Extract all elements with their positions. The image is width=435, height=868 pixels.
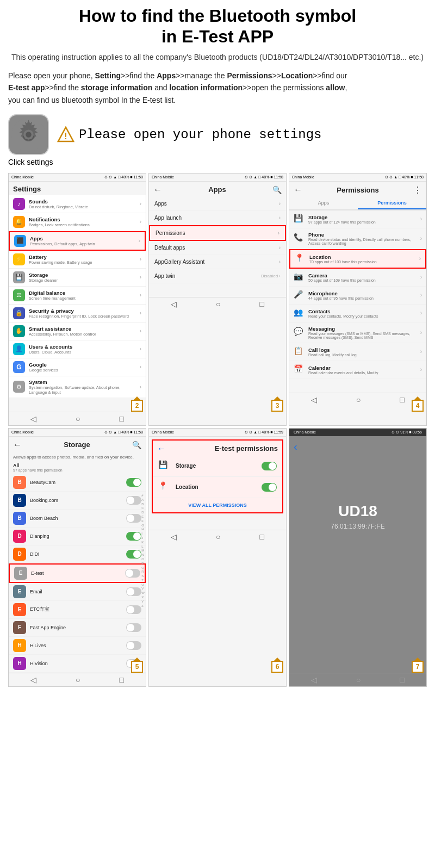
- settings-battery[interactable]: ⚡ Battery Power saving mode, Battery usa…: [9, 251, 146, 269]
- phone-screen-6: China Mobile ⊙ ⊙ 91% ■ 08:56 ‹ UD18 76:0…: [289, 428, 427, 687]
- ud18-device-address: 76:01:13:99:7F:FE: [331, 523, 384, 530]
- nav-bar-3: ◁○□: [289, 393, 426, 406]
- storage-title-bar: ← Storage 🔍: [9, 437, 146, 452]
- settings-list: ♪ Sounds Do not disturb, Ringtone, Vibra…: [9, 195, 146, 398]
- settings-notifications[interactable]: 🔔 Notifications Badges, Lock screen noti…: [9, 213, 146, 231]
- all-header: All 97 apps have this permission: [9, 461, 146, 474]
- ud18-device-name: UD18: [338, 503, 377, 520]
- phone-screen-2: China Mobile ⊙ ⊙ ▲ □ 48% ■ 11:58 ← Apps …: [148, 173, 287, 426]
- instructions: Please open your phone, Setting>>find th…: [8, 70, 427, 106]
- app-didi[interactable]: D DiDi: [9, 545, 146, 563]
- settings-users[interactable]: 👤 Users & accounts Users, Cloud, Account…: [9, 340, 146, 358]
- apps-title-bar: ← Apps 🔍: [149, 182, 286, 197]
- step-badge-6: 7: [412, 661, 424, 673]
- app-hivision[interactable]: H HiVision: [9, 655, 146, 673]
- storage-description: Allows apps to access photos, media, and…: [9, 452, 146, 461]
- app-booking[interactable]: B Booking.com: [9, 492, 146, 510]
- step-badge-5: 6: [271, 661, 283, 673]
- ud18-back-button[interactable]: ‹: [294, 441, 297, 452]
- apps-list: Apps › App launch › Permissions › Defaul…: [149, 197, 286, 283]
- svg-point-4: [26, 132, 31, 137]
- settings-system[interactable]: ⚙ System System navigation, Software upd…: [9, 376, 146, 398]
- perm-camera[interactable]: 📷 Camera 50 apps out of 109 have this pe…: [289, 269, 426, 287]
- settings-sounds[interactable]: ♪ Sounds Do not disturb, Ringtone, Vibra…: [9, 195, 146, 213]
- apps-item-default[interactable]: Default apps ›: [149, 241, 286, 255]
- permissions-list: 💾 Storage 97 apps out of 124 have this p…: [289, 210, 426, 379]
- app-dianping[interactable]: D Dianping: [9, 528, 146, 545]
- subtitle: This operating instruction applies to al…: [8, 52, 427, 63]
- nav-bar-2: ◁○□: [149, 297, 286, 311]
- permissions-title-bar: ← Permissions ⋮: [289, 182, 426, 197]
- phone-status-bar-4: China Mobile ⊙ ⊙ ▲ □ 48% ■ 11:58: [9, 429, 146, 437]
- nav-bar-1: ◁○□: [9, 412, 146, 425]
- etest-perm-list: 💾 Storage 📍 Location: [153, 456, 282, 498]
- perm-calendar[interactable]: 📅 Calendar Read calendar events and deta…: [289, 361, 426, 379]
- tab-apps[interactable]: Apps: [289, 197, 358, 209]
- phone-screen-4: China Mobile ⊙ ⊙ ▲ □ 48% ■ 11:58 ← Stora…: [8, 428, 146, 687]
- app-list: B BeautyCam B Booking.com B Boom Beach D…: [9, 474, 146, 673]
- etest-perm-title-bar: ← E-test permissions: [153, 441, 282, 456]
- step-badge-4: 5: [131, 661, 143, 673]
- open-settings-text: Please open your phone settings: [79, 127, 321, 142]
- settings-apps[interactable]: ⬛ Apps Permissions, Default apps, App tw…: [9, 231, 146, 251]
- app-email[interactable]: E Email: [9, 583, 146, 601]
- settings-storage[interactable]: 💾 Storage Storage cleaner ›: [9, 269, 146, 287]
- permissions-tabs: Apps Permissions: [289, 197, 426, 210]
- phone-status-bar-1: China Mobile ⊙ ⊙ ▲ □ 48% ■ 11:58: [9, 173, 146, 182]
- perm-messaging[interactable]: 💬 Messaging Read your messages (SMS or M…: [289, 323, 426, 343]
- perm-location[interactable]: 📍 Location 70 apps out of 100 have this …: [289, 249, 426, 269]
- view-all-permissions[interactable]: VIEW ALL PERMISSIONS: [153, 498, 282, 512]
- step-badge-2: 3: [271, 400, 283, 412]
- phone-status-bar-3: China Mobile ⊙ ⊙ ▲ □ 48% ■ 11:58: [289, 173, 426, 182]
- ud18-content: UD18 76:01:13:99:7F:FE: [289, 457, 426, 576]
- warning-icon: !: [57, 126, 74, 142]
- ud18-status-bar: China Mobile ⊙ ⊙ 91% ■ 08:56: [289, 429, 426, 436]
- nav-bar-5: ◁○□: [149, 530, 286, 543]
- phone-screen-3: China Mobile ⊙ ⊙ ▲ □ 48% ■ 11:58 ← Permi…: [289, 173, 427, 426]
- app-fastappengine[interactable]: F Fast App Engine: [9, 619, 146, 637]
- settings-smart-assistance[interactable]: ✋ Smart assistance Accessibility, HiTouc…: [9, 323, 146, 340]
- phone-status-bar-2: China Mobile ⊙ ⊙ ▲ □ 48% ■ 11:58: [149, 173, 286, 182]
- step-badge-3: 4: [412, 400, 424, 412]
- settings-digital-balance[interactable]: ⚖ Digital balance Screen time management…: [9, 287, 146, 305]
- apps-item-permissions[interactable]: Permissions ›: [149, 225, 286, 241]
- phone-screen-1: China Mobile ⊙ ⊙ ▲ □ 48% ■ 11:58 Setting…: [8, 173, 146, 426]
- tab-permissions[interactable]: Permissions: [358, 197, 426, 209]
- phone-screen-5: China Mobile ⊙ ⊙ ▲ □ 48% ■ 11:59 ← E-tes…: [148, 428, 287, 687]
- nav-bar-4: ◁○□: [9, 673, 146, 686]
- alphabet-sidebar: #ABCDE FGHIJK LMNOPQ RSTUVW XYZ: [141, 494, 145, 609]
- perm-phone[interactable]: 📞 Phone Read device status and identity,…: [289, 228, 426, 249]
- etest-perm-storage[interactable]: 💾 Storage: [153, 456, 282, 477]
- settings-title-bar: Settings: [9, 182, 146, 195]
- app-beautycam[interactable]: B BeautyCam: [9, 474, 146, 492]
- perm-calllogs[interactable]: 📋 Call logs Read call log, Modify call l…: [289, 343, 426, 361]
- step-badge-1: 2: [131, 400, 143, 412]
- apps-item-twin[interactable]: App twin Disabled ›: [149, 269, 286, 283]
- apps-item-gallery[interactable]: AppGallery Assistant ›: [149, 255, 286, 269]
- nav-bar-6: ◁○□: [289, 673, 426, 686]
- app-boombeach[interactable]: B Boom Beach: [9, 510, 146, 528]
- settings-app-icon: [8, 114, 49, 155]
- page-title: How to find the Bluetooth symbol in E-Te…: [8, 5, 427, 47]
- perm-microphone[interactable]: 🎤 Microphone 44 apps out of 95 have this…: [289, 287, 426, 305]
- settings-google[interactable]: G Google Google services ›: [9, 358, 146, 376]
- svg-text:!: !: [64, 132, 67, 141]
- etest-perm-location[interactable]: 📍 Location: [153, 477, 282, 498]
- apps-item-launch[interactable]: App launch ›: [149, 211, 286, 225]
- perm-contacts[interactable]: 👥 Contacts Read your contacts, Modify yo…: [289, 305, 426, 323]
- app-etest[interactable]: E E-test: [9, 563, 146, 583]
- app-etc[interactable]: E ETC车宝: [9, 601, 146, 619]
- settings-security[interactable]: 🔒 Security & privacy Face recognition, F…: [9, 305, 146, 323]
- perm-storage[interactable]: 💾 Storage 97 apps out of 124 have this p…: [289, 210, 426, 228]
- apps-item-apps[interactable]: Apps ›: [149, 197, 286, 211]
- phone-status-bar-5: China Mobile ⊙ ⊙ ▲ □ 48% ■ 11:59: [149, 429, 286, 437]
- click-settings-label: Click settings: [8, 158, 427, 166]
- app-hilives[interactable]: H HiLives: [9, 637, 146, 655]
